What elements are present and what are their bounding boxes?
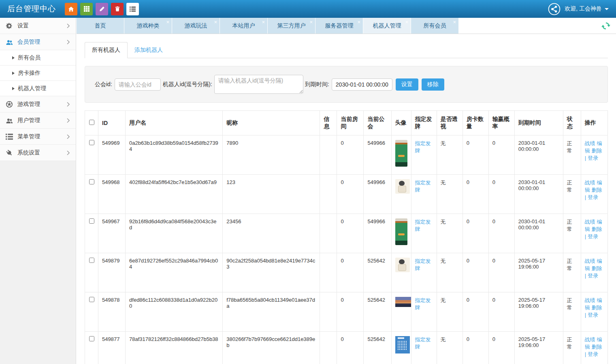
delete-button[interactable] — [111, 3, 124, 15]
cell-expire-time: 2025-05-17 19:06:00 — [514, 292, 563, 332]
guild-id-input[interactable] — [115, 78, 161, 91]
grid-button[interactable] — [80, 3, 93, 15]
cell-guild: 549966 — [364, 135, 391, 175]
tab-all-members[interactable]: 所有会员 × — [411, 18, 459, 34]
delete-link[interactable]: 删除 — [591, 187, 602, 193]
row-checkbox[interactable] — [89, 179, 94, 184]
close-icon[interactable]: × — [453, 19, 456, 25]
list-icon — [130, 6, 136, 12]
close-icon[interactable]: × — [262, 19, 265, 25]
subtab-add-robot[interactable]: 添加机器人 — [128, 42, 170, 58]
set-button[interactable]: 设置 — [396, 78, 418, 91]
cell-room: 0 — [337, 214, 364, 253]
row-checkbox[interactable] — [89, 140, 94, 145]
cell-nickname: f78ba6565b5a804cb11349e01aee37da — [223, 292, 320, 332]
cell-operations: 战绩 编辑 删除 | 登录 — [581, 135, 607, 175]
sidebar-item-settings[interactable]: 设置 — [0, 18, 76, 34]
delete-link[interactable]: 删除 — [591, 305, 602, 311]
sidebar-item-games[interactable]: 游戏管理 — [0, 96, 76, 112]
caret-down-icon — [605, 8, 609, 10]
close-icon[interactable]: × — [214, 19, 217, 25]
close-icon[interactable]: × — [309, 19, 313, 25]
sidebar-item-label: 系统设置 — [17, 149, 40, 157]
remove-button[interactable]: 移除 — [422, 78, 444, 91]
close-icon[interactable]: × — [166, 19, 169, 25]
cell-id: 549879 — [98, 253, 126, 292]
separator: | — [585, 194, 586, 200]
log-list-button[interactable] — [126, 3, 139, 15]
tab-label: 本站用户 — [232, 22, 255, 30]
cell-nickname: 380266f7b7b97669cce6621dd1e389eb — [223, 332, 320, 364]
cell-status: 正常 — [563, 332, 581, 364]
deal-cards-link[interactable]: 指定发牌 — [415, 140, 431, 154]
tab-game-rules[interactable]: 游戏玩法 × — [172, 18, 220, 34]
record-link[interactable]: 战绩 — [585, 336, 595, 343]
tab-home[interactable]: 首页 — [77, 18, 124, 34]
tab-game-types[interactable]: 游戏种类 × — [124, 18, 172, 34]
login-link[interactable]: 登录 — [588, 194, 598, 200]
chevron-right-icon — [67, 102, 70, 107]
tab-servers[interactable]: 服务器管理 × — [315, 18, 363, 34]
record-link[interactable]: 战绩 — [585, 180, 595, 186]
tab-site-users[interactable]: 本站用户 × — [220, 18, 268, 34]
login-link[interactable]: 登录 — [588, 312, 598, 318]
refresh-icon[interactable] — [601, 21, 610, 30]
cell-guild: 525642 — [364, 292, 391, 332]
table-row: 549877 78af31782126ff32c884866bd27b5b38 … — [85, 332, 608, 364]
cell-win-rate: 0 — [488, 292, 514, 332]
guild-id-label: 公会id: — [95, 81, 112, 88]
sidebar-item-menus[interactable]: 菜单管理 — [0, 129, 76, 145]
sidebar-item-users[interactable]: 用户管理 — [0, 112, 76, 129]
expire-time-input[interactable] — [332, 78, 392, 91]
record-link[interactable]: 战绩 — [585, 258, 595, 264]
close-icon[interactable]: × — [357, 19, 360, 25]
home-button[interactable] — [65, 3, 77, 15]
sidebar-item-label: 游戏管理 — [17, 101, 40, 108]
row-checkbox[interactable] — [89, 218, 94, 224]
login-link[interactable]: 登录 — [588, 155, 598, 161]
delete-link[interactable]: 删除 — [591, 344, 602, 350]
col-username: 用户名 — [126, 111, 223, 135]
sidebar-subitem-all-members[interactable]: 所有会员 — [0, 50, 76, 66]
login-link[interactable]: 登录 — [588, 233, 598, 239]
close-icon[interactable]: × — [405, 19, 408, 25]
separator: | — [585, 155, 586, 161]
robot-id-textarea[interactable] — [214, 75, 303, 94]
tab-robots[interactable]: 机器人管理 × — [363, 18, 411, 34]
cell-room: 0 — [337, 292, 364, 332]
delete-link[interactable]: 删除 — [591, 148, 602, 154]
record-link[interactable]: 战绩 — [585, 140, 595, 146]
sidebar-subitem-room-cards[interactable]: 房卡操作 — [0, 66, 76, 81]
row-checkbox[interactable] — [89, 336, 94, 341]
record-link[interactable]: 战绩 — [585, 219, 595, 225]
row-checkbox[interactable] — [89, 297, 94, 302]
deal-cards-link[interactable]: 指定发牌 — [415, 219, 431, 232]
deal-cards-link[interactable]: 指定发牌 — [415, 297, 431, 311]
topbar: 后台管理中心 欢迎, 工会神兽 — [0, 0, 616, 18]
sidebar-item-system[interactable]: 系统设置 — [0, 145, 76, 161]
gear-icon — [6, 22, 13, 30]
sidebar-item-members[interactable]: 会员管理 — [0, 34, 76, 50]
users-icon — [6, 117, 13, 124]
deal-cards-link[interactable]: 指定发牌 — [415, 258, 431, 271]
delete-link[interactable]: 删除 — [591, 265, 602, 271]
subtab-all-robots[interactable]: 所有机器人 — [85, 42, 128, 58]
user-menu[interactable]: 欢迎, 工会神兽 — [565, 5, 609, 13]
cell-room: 0 — [337, 175, 364, 214]
tab-third-party-users[interactable]: 第三方用户 × — [268, 18, 315, 34]
deal-cards-link[interactable]: 指定发牌 — [415, 336, 431, 350]
login-link[interactable]: 登录 — [588, 273, 598, 279]
trash-icon — [115, 6, 120, 12]
row-checkbox[interactable] — [89, 258, 94, 263]
record-link[interactable]: 战绩 — [585, 297, 595, 303]
delete-link[interactable]: 删除 — [591, 226, 602, 232]
col-guild: 当前公会 — [364, 111, 391, 135]
edit-button[interactable] — [96, 3, 108, 15]
cell-win-rate: 0 — [488, 175, 514, 214]
select-all-checkbox[interactable] — [89, 120, 94, 125]
login-link[interactable]: 登录 — [588, 351, 598, 357]
deal-cards-link[interactable]: 指定发牌 — [415, 180, 431, 193]
cell-id: 549878 — [98, 292, 126, 332]
user-avatar-icon[interactable] — [548, 3, 561, 15]
sidebar-subitem-robot-management[interactable]: 机器人管理 — [0, 81, 76, 96]
